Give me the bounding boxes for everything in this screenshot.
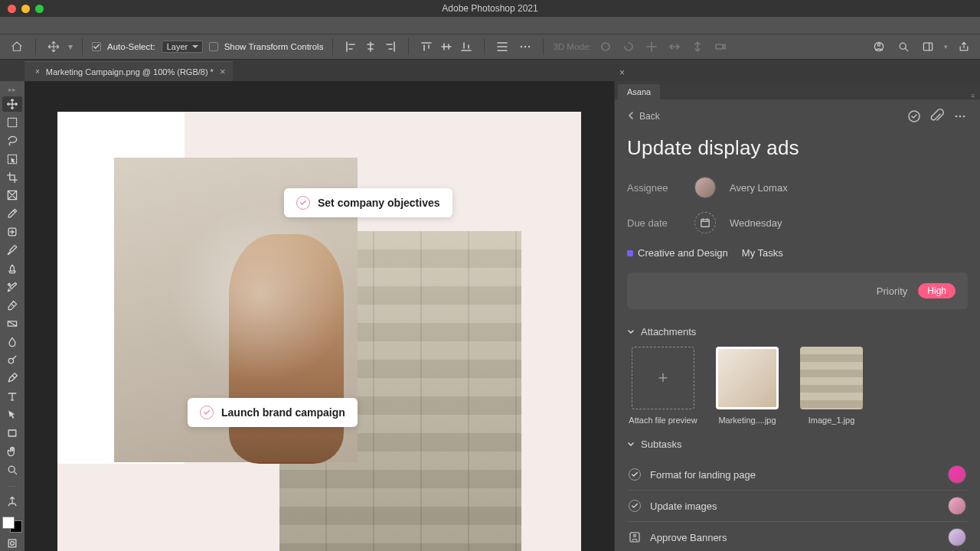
check-circle-icon[interactable] [629, 468, 641, 481]
due-date-value[interactable]: Wednesday [730, 217, 782, 229]
panel-tab-asana[interactable]: Asana [618, 84, 660, 99]
subtask-assignee-avatar[interactable] [948, 465, 966, 484]
canvas-area[interactable]: Set company objectives Launch brand camp… [24, 81, 614, 551]
quick-mask-icon[interactable] [2, 536, 22, 551]
check-circle-icon [200, 406, 214, 419]
auto-select-target-dropdown[interactable]: Layer [162, 41, 203, 53]
artboard: Set company objectives Launch brand camp… [57, 112, 581, 551]
svg-point-3 [602, 43, 609, 51]
check-circle-icon[interactable] [629, 500, 641, 512]
svg-rect-15 [8, 430, 16, 436]
svg-point-22 [963, 116, 965, 118]
subtask-label: Update images [650, 500, 717, 512]
align-center-h-icon[interactable] [362, 38, 379, 55]
3d-scale-icon [689, 38, 706, 55]
pen-tool-icon[interactable] [2, 370, 22, 386]
show-transform-checkbox[interactable]: Show Transform Controls [209, 42, 324, 51]
distribute-icon[interactable] [494, 38, 511, 55]
priority-row: Priority High [627, 272, 968, 309]
align-left-icon[interactable] [342, 38, 359, 55]
search-icon[interactable] [895, 38, 912, 55]
svg-rect-8 [923, 43, 932, 51]
object-select-tool-icon[interactable] [2, 152, 22, 167]
edit-toolbar-icon[interactable] [2, 494, 22, 509]
cloud-docs-icon[interactable] [871, 38, 887, 55]
healing-brush-tool-icon[interactable] [2, 224, 22, 240]
3d-roll-icon [620, 38, 637, 55]
align-right-icon[interactable] [382, 38, 399, 55]
more-icon[interactable] [952, 109, 968, 124]
brush-tool-icon[interactable] [2, 243, 22, 258]
assignee-name: Avery Lomax [730, 182, 788, 194]
3d-camera-icon [712, 38, 729, 55]
svg-point-20 [956, 116, 958, 118]
zoom-tool-icon[interactable] [2, 462, 22, 478]
move-tool-indicator-icon[interactable] [45, 38, 62, 55]
panel-menu-icon[interactable]: ≡ [971, 92, 975, 99]
foreground-color-swatch[interactable] [2, 517, 15, 529]
share-icon[interactable] [956, 38, 972, 55]
assignee-avatar[interactable] [694, 177, 716, 198]
more-options-icon[interactable] [517, 38, 534, 55]
assignee-label: Assignee [627, 182, 681, 194]
svg-point-6 [877, 44, 880, 46]
eraser-tool-icon[interactable] [2, 298, 22, 313]
project-tag[interactable]: Creative and Design [627, 247, 728, 259]
svg-rect-4 [716, 44, 723, 49]
svg-point-2 [528, 46, 530, 47]
approval-icon[interactable] [629, 531, 641, 543]
close-window-icon[interactable] [8, 5, 16, 13]
clone-stamp-tool-icon[interactable] [2, 261, 22, 276]
blur-tool-icon[interactable] [2, 334, 22, 350]
attachment-thumbnail[interactable] [800, 347, 863, 409]
subtask-row[interactable]: Approve Banners [627, 522, 968, 551]
mark-complete-icon[interactable] [906, 109, 922, 124]
hand-tool-icon[interactable] [2, 444, 22, 459]
marquee-tool-icon[interactable] [2, 115, 22, 130]
document-tab[interactable]: × Marketing Campaign.png @ 100% (RGB/8) … [24, 61, 233, 81]
align-bottom-icon[interactable] [458, 38, 475, 55]
gradient-tool-icon[interactable] [2, 316, 22, 331]
type-tool-icon[interactable] [2, 389, 22, 404]
minimize-window-icon[interactable] [21, 5, 30, 13]
attachment-caption: Image_1.jpg [808, 416, 855, 425]
workspace-switcher-icon[interactable] [920, 38, 936, 55]
close-panel-icon[interactable]: × [619, 67, 625, 78]
subtasks-header[interactable]: Subtasks [627, 439, 968, 450]
attachment-icon[interactable] [929, 109, 945, 124]
options-bar: ▾ Auto-Select: Layer Show Transform Cont… [0, 34, 980, 60]
calendar-icon[interactable] [694, 212, 716, 233]
maximize-window-icon[interactable] [35, 5, 44, 13]
priority-pill[interactable]: High [918, 283, 956, 298]
subtask-row[interactable]: Format for landing page [627, 459, 968, 491]
back-label[interactable]: Back [639, 111, 660, 122]
lasso-tool-icon[interactable] [2, 133, 22, 148]
back-icon[interactable] [627, 111, 635, 122]
history-brush-tool-icon[interactable] [2, 279, 22, 295]
show-transform-label: Show Transform Controls [224, 42, 324, 51]
eyedropper-tool-icon[interactable] [2, 206, 22, 221]
svg-point-25 [634, 535, 636, 537]
subtask-assignee-avatar[interactable] [948, 497, 966, 515]
project-tag-mytasks[interactable]: My Tasks [742, 247, 783, 259]
crop-tool-icon[interactable] [2, 170, 22, 185]
close-tab-icon[interactable]: × [220, 67, 226, 77]
subtask-row[interactable]: Update images [627, 491, 968, 522]
path-select-tool-icon[interactable] [2, 407, 22, 422]
rectangle-tool-icon[interactable] [2, 425, 22, 441]
align-center-v-icon[interactable] [438, 38, 455, 55]
frame-tool-icon[interactable] [2, 187, 22, 203]
subtask-assignee-avatar[interactable] [948, 528, 966, 546]
move-tool-icon[interactable] [2, 96, 22, 112]
svg-rect-9 [8, 118, 16, 126]
add-attachment-button[interactable]: + [632, 347, 694, 409]
home-icon[interactable] [8, 37, 26, 56]
auto-select-checkbox[interactable]: Auto-Select: [92, 42, 155, 51]
align-top-icon[interactable] [418, 38, 435, 55]
color-swatches[interactable] [2, 517, 22, 533]
attachment-thumbnail[interactable] [716, 347, 779, 409]
attachments-header[interactable]: Attachments [627, 326, 968, 337]
canvas-task-chip-2: Launch brand campaign [188, 398, 358, 427]
dodge-tool-icon[interactable] [2, 352, 22, 367]
priority-label: Priority [877, 285, 907, 297]
